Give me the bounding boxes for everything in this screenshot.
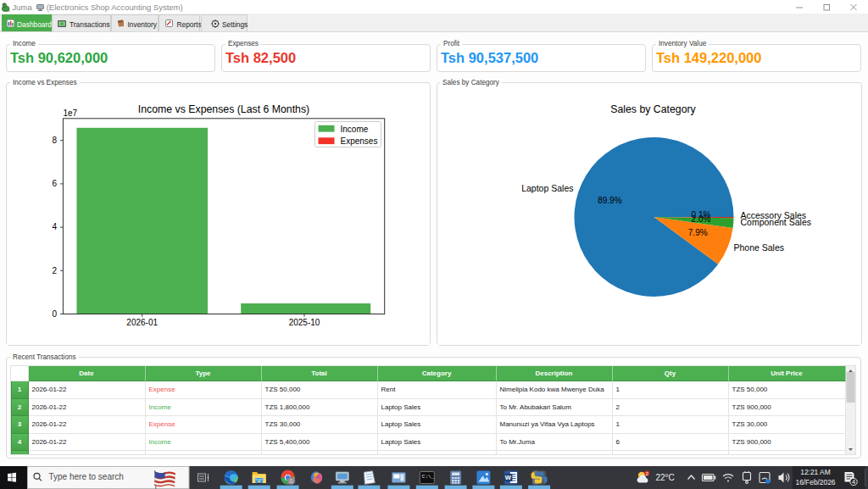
svg-text:8: 8: [52, 136, 57, 145]
svg-text:Expenses: Expenses: [341, 136, 378, 146]
svg-text:22°C: 22°C: [656, 473, 675, 482]
svg-text:0: 0: [52, 309, 57, 319]
svg-text:Laptop Sales: Laptop Sales: [521, 183, 573, 193]
svg-text:16/Feb/2026: 16/Feb/2026: [795, 478, 835, 486]
svg-text:Type here to search: Type here to search: [49, 472, 124, 481]
svg-text:2.0%: 2.0%: [691, 214, 710, 224]
svg-text:Phone Sales: Phone Sales: [733, 242, 784, 253]
svg-text:2: 2: [52, 266, 57, 275]
svg-text:Component Sales: Component Sales: [740, 217, 810, 227]
svg-text:2025-10: 2025-10: [289, 318, 320, 327]
svg-text:2026-01: 2026-01: [126, 318, 158, 327]
svg-text:Sales by Category: Sales by Category: [610, 103, 696, 115]
svg-text:Income: Income: [341, 125, 369, 134]
svg-text:12:21 AM: 12:21 AM: [800, 468, 830, 476]
svg-text:7.9%: 7.9%: [687, 228, 707, 237]
svg-text:4: 4: [852, 478, 855, 486]
svg-text:Income vs Expenses (Last 6 Mon: Income vs Expenses (Last 6 Months): [138, 103, 309, 115]
svg-text:2: 2: [646, 471, 648, 476]
svg-text:W: W: [505, 474, 512, 481]
svg-text:6: 6: [52, 179, 57, 188]
svg-text:89.9%: 89.9%: [598, 196, 621, 205]
svg-text:C:\_: C:\_: [422, 474, 435, 480]
svg-text:1e7: 1e7: [64, 108, 78, 118]
svg-text:4: 4: [52, 222, 57, 231]
